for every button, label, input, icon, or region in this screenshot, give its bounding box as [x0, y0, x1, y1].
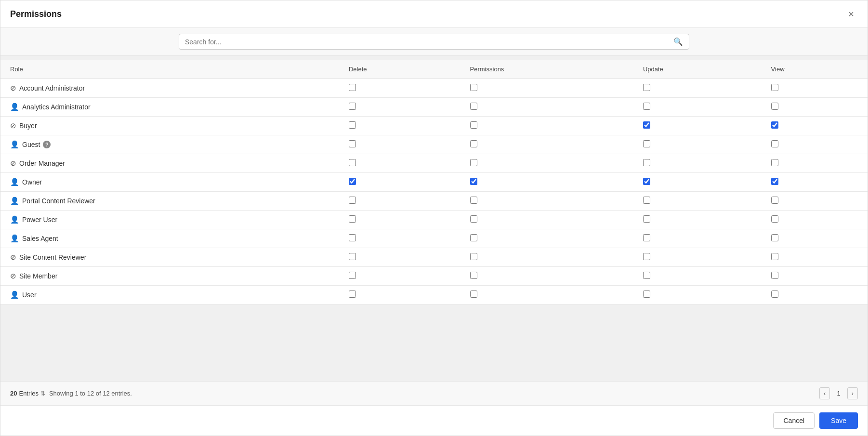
role-cell: ⊘ Account Administrator [0, 79, 339, 98]
role-name: Guest [22, 141, 40, 148]
update-checkbox[interactable] [643, 159, 650, 166]
update-cell [633, 229, 762, 248]
table-header-row: Role Delete Permissions Update View [0, 60, 868, 79]
update-cell [633, 211, 762, 229]
view-checkbox[interactable] [771, 140, 778, 147]
update-checkbox[interactable] [643, 272, 650, 279]
view-checkbox[interactable] [771, 159, 778, 166]
role-name: Analytics Administrator [22, 103, 91, 111]
pagination-prev[interactable]: ‹ [819, 387, 830, 399]
pagination-current: 1 [833, 388, 844, 399]
col-permissions: Permissions [460, 60, 633, 79]
permissions-checkbox[interactable] [470, 215, 477, 223]
permissions-checkbox[interactable] [470, 103, 477, 110]
view-checkbox[interactable] [771, 84, 778, 91]
permissions-table: Role Delete Permissions Update View ⊘ Ac… [0, 60, 868, 304]
delete-checkbox[interactable] [349, 253, 356, 260]
permissions-cell [460, 135, 633, 154]
update-checkbox[interactable] [643, 253, 650, 260]
entries-stepper[interactable]: ⇅ [40, 390, 45, 397]
view-checkbox[interactable] [771, 234, 778, 241]
permissions-checkbox[interactable] [470, 253, 477, 260]
view-checkbox[interactable] [771, 253, 778, 260]
delete-checkbox[interactable] [349, 234, 356, 241]
view-cell [762, 98, 868, 117]
update-checkbox[interactable] [643, 121, 650, 129]
permissions-modal: Permissions × 🔍 Role Delete Permissions … [0, 0, 868, 436]
search-input[interactable] [185, 38, 673, 46]
table-row: ⊘ Account Administrator [0, 79, 868, 98]
permissions-checkbox[interactable] [470, 178, 477, 185]
block-icon: ⊘ [10, 272, 16, 280]
view-cell [762, 154, 868, 173]
delete-checkbox[interactable] [349, 159, 356, 166]
update-checkbox[interactable] [643, 215, 650, 223]
modal-header: Permissions × [0, 0, 868, 28]
delete-checkbox[interactable] [349, 178, 356, 185]
delete-checkbox[interactable] [349, 84, 356, 91]
delete-checkbox[interactable] [349, 140, 356, 147]
update-checkbox[interactable] [643, 291, 650, 298]
permissions-cell [460, 98, 633, 117]
table-row: 👤 Analytics Administrator [0, 98, 868, 117]
save-button[interactable]: Save [819, 412, 858, 429]
role-name: Portal Content Reviewer [22, 197, 95, 205]
view-checkbox[interactable] [771, 121, 778, 129]
view-checkbox[interactable] [771, 272, 778, 279]
col-role: Role [0, 60, 339, 79]
update-cell [633, 248, 762, 267]
permissions-checkbox[interactable] [470, 291, 477, 298]
view-cell [762, 117, 868, 135]
permissions-checkbox[interactable] [470, 84, 477, 91]
update-checkbox[interactable] [643, 103, 650, 110]
delete-checkbox[interactable] [349, 103, 356, 110]
role-cell: 👤 Portal Content Reviewer [0, 192, 339, 211]
permissions-checkbox[interactable] [470, 272, 477, 279]
table-row: ⊘ Buyer [0, 117, 868, 135]
update-cell [633, 135, 762, 154]
update-checkbox[interactable] [643, 140, 650, 147]
delete-cell [339, 192, 460, 211]
update-checkbox[interactable] [643, 84, 650, 91]
permissions-checkbox[interactable] [470, 197, 477, 204]
table-row: ⊘ Site Member [0, 267, 868, 286]
showing-text: Showing 1 to 12 of 12 entries. [49, 390, 132, 397]
view-checkbox[interactable] [771, 215, 778, 223]
entries-label: 20 Entries ⇅ [10, 390, 45, 397]
view-checkbox[interactable] [771, 103, 778, 110]
block-icon: ⊘ [10, 253, 16, 262]
view-checkbox[interactable] [771, 291, 778, 298]
delete-cell [339, 267, 460, 286]
view-checkbox[interactable] [771, 178, 778, 185]
view-checkbox[interactable] [771, 197, 778, 204]
update-checkbox[interactable] [643, 178, 650, 185]
pagination-next[interactable]: › [847, 387, 858, 399]
delete-cell [339, 248, 460, 267]
table-row: ⊘ Order Manager [0, 154, 868, 173]
permissions-checkbox[interactable] [470, 234, 477, 241]
close-button[interactable]: × [844, 7, 858, 21]
view-cell [762, 79, 868, 98]
delete-checkbox[interactable] [349, 291, 356, 298]
view-cell [762, 173, 868, 192]
block-icon: ⊘ [10, 84, 16, 92]
permissions-checkbox[interactable] [470, 159, 477, 166]
role-name: Power User [22, 216, 57, 224]
update-checkbox[interactable] [643, 234, 650, 241]
user-icon: 👤 [10, 140, 19, 149]
update-cell [633, 267, 762, 286]
delete-checkbox[interactable] [349, 272, 356, 279]
delete-checkbox[interactable] [349, 215, 356, 223]
table-row: 👤 Owner [0, 173, 868, 192]
role-cell: 👤 Sales Agent [0, 229, 339, 248]
user-icon: 👤 [10, 103, 19, 111]
permissions-checkbox[interactable] [470, 121, 477, 129]
delete-cell [339, 173, 460, 192]
delete-checkbox[interactable] [349, 121, 356, 129]
cancel-button[interactable]: Cancel [773, 412, 815, 429]
help-icon[interactable]: ? [43, 141, 51, 148]
permissions-checkbox[interactable] [470, 140, 477, 147]
delete-checkbox[interactable] [349, 197, 356, 204]
update-checkbox[interactable] [643, 197, 650, 204]
table-footer: 20 Entries ⇅ Showing 1 to 12 of 12 entri… [0, 381, 868, 405]
